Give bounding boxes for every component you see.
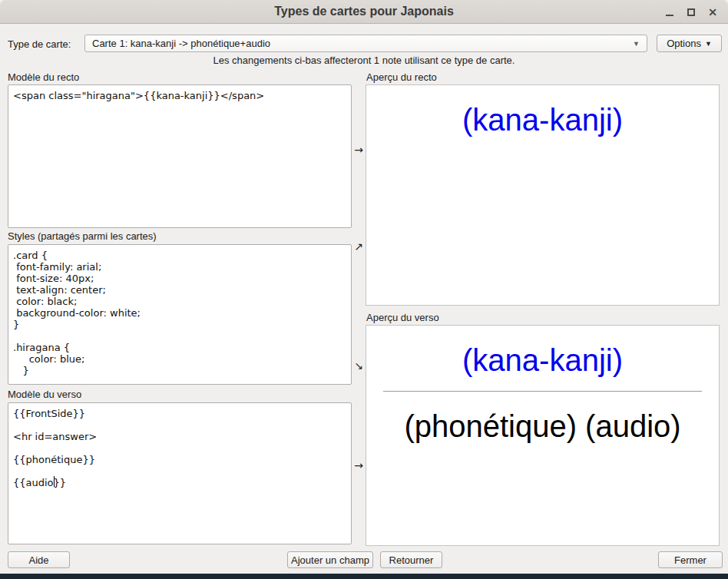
maximize-button[interactable]: [680, 0, 702, 24]
close-button[interactable]: ✕: [702, 0, 723, 24]
front-template-label: Modèle du recto: [8, 71, 79, 83]
titlebar: Types de cartes pour Japonais ✕: [0, 0, 728, 24]
back-preview-question-text: (kana-kanji): [366, 342, 719, 378]
back-to-preview-arrow-icon: →: [352, 459, 366, 471]
styles-label: Styles (partagés parmi les cartes): [8, 230, 157, 242]
close-icon: ✕: [708, 7, 717, 18]
styles-editor[interactable]: .card { font-family: arial; font-size: 4…: [8, 244, 352, 385]
window-title: Types de cartes pour Japonais: [274, 5, 454, 18]
options-dropdown-icon: ▼: [705, 40, 712, 48]
card-type-select[interactable]: Carte 1: kana-kanji -> phonétique+audio …: [84, 35, 647, 52]
back-template-label: Modèle du verso: [8, 389, 81, 400]
front-preview-label: Aperçu du recto: [366, 71, 437, 83]
options-button[interactable]: Options ▼: [657, 35, 722, 52]
close-dialog-button[interactable]: Fermer: [658, 551, 723, 568]
front-to-preview-arrow-icon: →: [352, 144, 366, 156]
styles-to-front-preview-arrow-icon: ↗: [352, 240, 366, 253]
options-button-label: Options: [667, 38, 701, 49]
answer-divider: [383, 391, 702, 392]
front-template-editor-wrap: <span class="hiragana">{{kana-kanji}}</s…: [8, 84, 352, 228]
bottom-edge-bar: [0, 574, 728, 579]
back-template-editor-wrap: {{FrontSide}} <hr id=answer> {{phonétiqu…: [8, 402, 352, 544]
window-controls: ✕: [659, 0, 723, 24]
help-button[interactable]: Aide: [8, 551, 70, 568]
card-types-dialog: Types de cartes pour Japonais ✕ Type de …: [0, 0, 728, 579]
back-preview-panel: (kana-kanji) (phonétique) (audio): [366, 325, 720, 546]
front-preview-panel: (kana-kanji): [366, 84, 720, 306]
card-type-label: Type de carte:: [8, 38, 71, 50]
flip-button[interactable]: Retourner: [380, 551, 442, 568]
front-template-editor[interactable]: <span class="hiragana">{{kana-kanji}}</s…: [8, 84, 352, 228]
chevron-down-icon: ▼: [633, 40, 640, 48]
minimize-icon: [666, 15, 673, 16]
maximize-icon: [687, 8, 695, 16]
changes-notice: Les changements ci-bas affecteront 1 not…: [0, 55, 728, 66]
card-type-selected-value: Carte 1: kana-kanji -> phonétique+audio: [92, 38, 270, 49]
styles-to-back-preview-arrow-icon: ↘: [352, 359, 366, 372]
back-preview-label: Aperçu du verso: [366, 312, 439, 323]
back-template-editor[interactable]: {{FrontSide}} <hr id=answer> {{phonétiqu…: [8, 402, 352, 544]
styles-editor-wrap: .card { font-family: arial; font-size: 4…: [8, 244, 352, 385]
front-preview-question-text: (kana-kanji): [366, 102, 719, 137]
minimize-button[interactable]: [659, 0, 680, 24]
add-field-button[interactable]: Ajouter un champ: [287, 551, 373, 568]
back-preview-answer-text: (phonétique) (audio): [366, 409, 719, 444]
